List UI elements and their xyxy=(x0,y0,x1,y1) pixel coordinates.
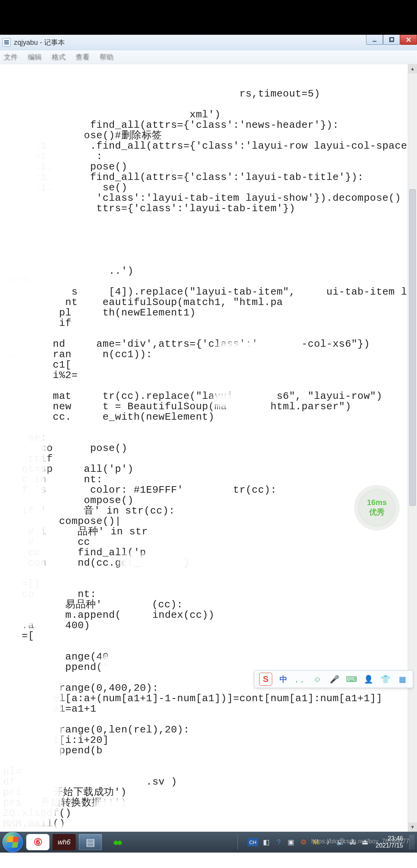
ping-badge: 16ms 优秀 xyxy=(358,489,396,527)
ime-emoji-icon[interactable]: ☺ xyxy=(312,673,323,685)
tray-keyboard-icon[interactable]: ◧ xyxy=(262,838,271,846)
editor-content[interactable]: rs,timeout=5) xml') for find_all(attrs={… xyxy=(0,64,417,833)
taskbar-item-wechat[interactable]: ●● xyxy=(105,834,128,850)
ping-label: 优秀 xyxy=(369,507,385,517)
taskbar-item-wh6[interactable]: wh6 xyxy=(53,834,76,850)
scroll-up-arrow[interactable]: ▲ xyxy=(408,64,417,73)
menu-format[interactable]: 格式 xyxy=(52,53,66,62)
vertical-scrollbar[interactable]: ▲ ▼ xyxy=(408,64,417,832)
window-title: zqjyabu - 记事本 xyxy=(14,38,65,47)
ime-toolbar[interactable]: S 中 ，。 ☺ 🎤 ⌨ 👤 👕 ▦ xyxy=(254,670,413,688)
ime-user-icon[interactable]: 👤 xyxy=(363,673,374,685)
watermark: https://blog.csdn.net/boy_76195077 xyxy=(311,838,409,845)
titlebar[interactable]: zqjyabu - 记事本 xyxy=(0,35,417,50)
ping-ms: 16ms xyxy=(367,498,386,507)
notepad-icon xyxy=(2,38,11,47)
tray-app1-icon[interactable]: ▣ xyxy=(287,838,295,846)
editor-area: rs,timeout=5) xml') for find_all(attrs={… xyxy=(0,64,417,832)
ime-grid-icon[interactable]: ▦ xyxy=(397,673,408,685)
ime-lang[interactable]: 中 xyxy=(278,673,289,685)
minimize-button[interactable] xyxy=(366,35,383,45)
ime-voice-icon[interactable]: 🎤 xyxy=(329,673,340,685)
ime-keyboard-icon[interactable]: ⌨ xyxy=(346,673,357,685)
start-button[interactable] xyxy=(2,832,23,853)
ime-skin-icon[interactable]: 👕 xyxy=(380,673,391,685)
menu-file[interactable]: 文件 xyxy=(4,53,18,62)
taskbar-item-notepad[interactable]: ▤ xyxy=(79,834,102,850)
tray-app2-icon[interactable]: ⚙ xyxy=(299,838,308,846)
window-controls xyxy=(366,35,417,45)
ime-punct-icon[interactable]: ，。 xyxy=(295,673,306,685)
notepad-window: zqjyabu - 记事本 文件 编辑 格式 查看 帮助 rs,timeout=… xyxy=(0,35,417,832)
scroll-thumb[interactable] xyxy=(409,189,416,506)
top-black-bar xyxy=(0,0,417,35)
show-desktop-button[interactable] xyxy=(409,835,415,849)
scroll-down-arrow[interactable]: ▼ xyxy=(408,822,417,832)
scroll-track[interactable] xyxy=(408,73,417,822)
tray-separator xyxy=(237,835,244,849)
sogou-icon[interactable]: S xyxy=(259,673,272,686)
close-button[interactable] xyxy=(400,35,417,45)
menu-edit[interactable]: 编辑 xyxy=(28,53,42,62)
svg-rect-0 xyxy=(373,41,376,42)
menu-help[interactable]: 帮助 xyxy=(100,53,114,62)
taskbar-item-netease[interactable]: ⑥ xyxy=(26,834,49,850)
tray-help-icon[interactable]: ? xyxy=(275,838,283,846)
menu-view[interactable]: 查看 xyxy=(76,53,90,62)
menubar[interactable]: 文件 编辑 格式 查看 帮助 xyxy=(0,50,417,64)
maximize-button[interactable] xyxy=(383,35,400,45)
tray-lang-icon[interactable]: CH xyxy=(247,838,258,846)
